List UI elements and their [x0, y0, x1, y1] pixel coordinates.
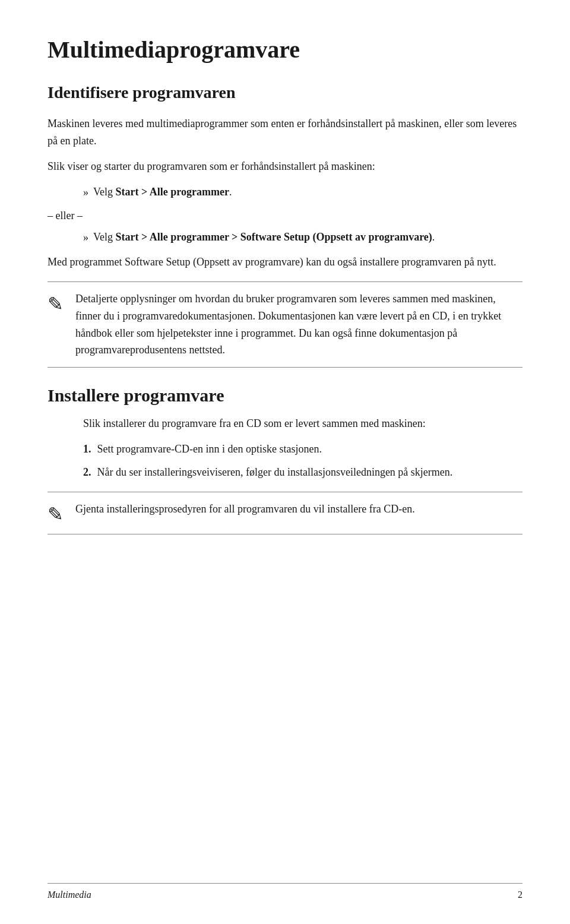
note2-text: Gjenta installeringsprosedyren for all p…: [75, 501, 415, 518]
section1-title: Identifisere programvaren: [48, 82, 522, 103]
step2-num: 2.: [83, 464, 91, 481]
bullet-list: » Velg Start > Alle programmer.: [83, 183, 522, 201]
footer: Multimedia 2: [48, 883, 522, 900]
para2: Slik viser og starter du programvaren so…: [48, 158, 522, 175]
footer-left: Multimedia: [48, 890, 91, 900]
bullet-arrow-1: »: [83, 184, 88, 201]
bullet2-text: Velg Start > Alle programmer > Software …: [93, 229, 435, 246]
note-box-2: ✎ Gjenta installeringsprosedyren for all…: [48, 492, 522, 534]
step2: 2. Når du ser installeringsveiviseren, f…: [83, 464, 522, 481]
bullet1-bold: Start > Alle programmer: [116, 186, 229, 198]
section2-title: Installere programvare: [48, 385, 522, 406]
or-text: – eller –: [48, 207, 522, 224]
numbered-list: 1. Sett programvare-CD-en inn i den opti…: [83, 441, 522, 481]
bullet-item-2: » Velg Start > Alle programmer > Softwar…: [83, 229, 522, 246]
bullet-item-1: » Velg Start > Alle programmer.: [83, 183, 522, 201]
bullet-arrow-2: »: [83, 229, 88, 246]
note1-text: Detaljerte opplysninger om hvordan du br…: [75, 290, 522, 359]
bullet2-bold: Start > Alle programmer > Software Setup…: [116, 231, 432, 243]
para4: Slik installerer du programvare fra en C…: [83, 415, 522, 432]
para3: Med programmet Software Setup (Oppsett a…: [48, 254, 522, 271]
step1-text: Sett programvare-CD-en inn i den optiske…: [97, 441, 322, 458]
page: Multimediaprogramvare Identifisere progr…: [0, 0, 570, 924]
note-icon-1: ✎: [48, 293, 64, 315]
bullet1-text: Velg Start > Alle programmer.: [93, 183, 232, 201]
footer-right: 2: [518, 890, 522, 900]
para1: Maskinen leveres med multimediaprogramme…: [48, 115, 522, 150]
step2-text: Når du ser installeringsveiviseren, følg…: [97, 464, 453, 481]
main-title: Multimediaprogramvare: [48, 36, 522, 64]
step1: 1. Sett programvare-CD-en inn i den opti…: [83, 441, 522, 458]
note-box-1: ✎ Detaljerte opplysninger om hvordan du …: [48, 281, 522, 368]
step1-num: 1.: [83, 441, 91, 458]
bullet-list-2: » Velg Start > Alle programmer > Softwar…: [83, 229, 522, 246]
note-icon-2: ✎: [48, 503, 64, 526]
